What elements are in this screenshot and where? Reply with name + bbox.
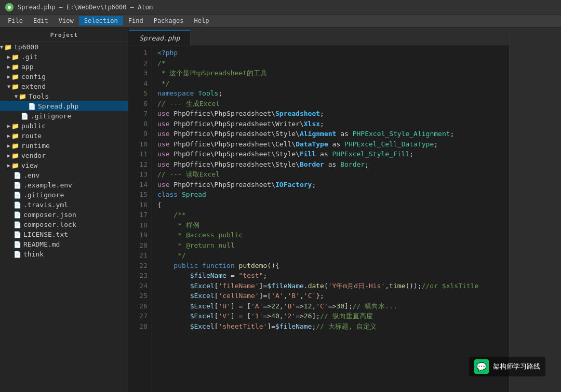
right-panel (509, 28, 561, 392)
code-token: "test" (239, 272, 263, 279)
menu-edit[interactable]: Edit (28, 16, 54, 25)
code-token: = (226, 272, 238, 279)
code-token: PHPExcel_Style_Alignment (353, 130, 450, 138)
sidebar-item-gitignore-tools[interactable]: 📄.gitignore (0, 111, 128, 121)
line-number: 18 (129, 220, 148, 231)
line-number: 23 (129, 271, 148, 281)
code-token (235, 262, 239, 269)
sidebar-item-example-env[interactable]: 📄.example.env (0, 180, 128, 190)
tree-item-label: .env (23, 171, 39, 179)
tree-arrow: ▶ (7, 123, 10, 129)
code-token: * @return null (157, 241, 235, 249)
sidebar-header: Project (0, 28, 128, 42)
sidebar-item-think[interactable]: 📄think (0, 249, 128, 259)
tree-file-icon: 📁 (4, 44, 12, 51)
sidebar-item-app[interactable]: ▶📁app (0, 62, 128, 72)
tree-file-icon: 📁 (11, 142, 19, 150)
sidebar-item-config[interactable]: ▶📁config (0, 72, 128, 82)
sidebar-item-gitignore2[interactable]: 📄.gitignore (0, 190, 128, 200)
sidebar-item-runtime[interactable]: ▶📁runtime (0, 141, 128, 151)
code-token: as (316, 150, 332, 158)
line-number: 6 (129, 99, 148, 109)
tree-item-label: README.md (23, 240, 60, 248)
code-line: use PhpOffice\PhpSpreadsheet\Style\Fill … (157, 149, 504, 159)
sidebar-item-view[interactable]: ▶📁view (0, 160, 128, 170)
code-token: 'cellName' (218, 292, 259, 300)
code-token (157, 302, 190, 310)
tree-arrow: ▶ (7, 153, 10, 158)
tree-arrow: ▶ (7, 54, 10, 60)
code-token: ]; (312, 312, 320, 320)
line-number: 5 (129, 88, 148, 99)
code-token: 30 (336, 302, 344, 310)
sidebar-item-vendor[interactable]: ▶📁vendor (0, 151, 128, 160)
code-line: // --- 生成Excel (157, 99, 504, 109)
code-token: 'C' (304, 292, 316, 300)
sidebar-item-composer-json[interactable]: 📄composer.json (0, 210, 128, 220)
code-token: ; (218, 89, 222, 97)
code-line: use PhpOffice\PhpSpreadsheet\Cell\DataTy… (157, 139, 504, 150)
tree-item-label: tp6000 (14, 43, 38, 51)
tree-item-label: view (21, 161, 37, 169)
code-token: 'C' (316, 302, 328, 310)
code-token: { (157, 201, 162, 209)
code-token: /* (157, 59, 166, 67)
code-token: class (157, 191, 178, 198)
sidebar-item-license[interactable]: 📄LICENSE.txt (0, 229, 128, 239)
sidebar-item-travis[interactable]: 📄.travis.yml (0, 200, 128, 210)
tree-file-icon: 📁 (11, 152, 19, 159)
editor-area: Spread.php 12345678910111213141516171819… (129, 28, 509, 392)
code-token: (){ (267, 262, 279, 269)
sidebar-item-spread-php[interactable]: 📄Spread.php (0, 101, 128, 111)
sidebar-item-tools[interactable]: ▼📁Tools (0, 91, 128, 101)
code-token: $Excel (190, 302, 215, 310)
menu-selection[interactable]: Selection (79, 16, 123, 25)
sidebar-item-env[interactable]: 📄.env (0, 170, 128, 180)
code-token (157, 262, 173, 269)
sidebar-item-tp6000[interactable]: ▼📁tp6000 (0, 42, 128, 52)
sidebar: Project ▼📁tp6000▶📁.git▶📁app▶📁config▼📁ext… (0, 28, 129, 392)
tree-file-icon: 📄 (14, 221, 21, 228)
tree-file-icon: 📄 (14, 211, 21, 219)
menu-packages[interactable]: Packages (149, 16, 189, 25)
tree-file-icon: 📁 (19, 93, 26, 100)
menu-file[interactable]: File (3, 16, 28, 25)
code-token: ( (324, 282, 328, 290)
line-number: 28 (129, 321, 148, 332)
sidebar-item-git[interactable]: ▶📁.git (0, 52, 128, 62)
code-token: PhpOffice\PhpSpreadsheet\Style\ (169, 150, 299, 158)
sidebar-item-readme[interactable]: 📄README.md (0, 239, 128, 249)
code-line: /* (157, 58, 504, 69)
line-number: 27 (129, 311, 148, 321)
code-token: , (279, 312, 284, 320)
sidebar-item-extend[interactable]: ▼📁extend (0, 82, 128, 91)
code-view[interactable]: 1234567891011121314151617181920212223242… (129, 46, 509, 392)
code-token: [ (267, 292, 271, 300)
code-token: $fileName (275, 322, 312, 330)
tree-item-label: composer.json (23, 211, 76, 219)
line-number: 13 (129, 169, 148, 180)
code-token: $fileName (267, 282, 303, 290)
code-line: * @access public (157, 230, 504, 240)
code-token: * 样例 (157, 221, 199, 229)
tree-file-icon: 📄 (14, 251, 21, 258)
sidebar-item-composer-lock[interactable]: 📄composer.lock (0, 220, 128, 229)
code-token: time (389, 282, 405, 290)
code-token: ]; (344, 302, 353, 310)
code-token: ]= (259, 282, 268, 290)
code-token (178, 191, 182, 198)
sidebar-item-public[interactable]: ▶📁public (0, 121, 128, 131)
code-token: 'H' (218, 302, 230, 310)
menu-find[interactable]: Find (123, 16, 149, 25)
code-token: 'B' (284, 302, 296, 310)
menu-help[interactable]: Help (189, 16, 214, 25)
sidebar-item-route[interactable]: ▶📁route (0, 131, 128, 141)
editor-tab-spread-php[interactable]: Spread.php (129, 30, 191, 45)
code-token: , (284, 292, 288, 300)
line-number: 21 (129, 250, 148, 261)
code-line: use PhpOffice\PhpSpreadsheet\Writer\Xlsx… (157, 119, 504, 129)
code-token: putdemo (239, 262, 268, 269)
app-icon: ● (5, 3, 14, 11)
code-token: // --- 读取Excel (157, 170, 220, 178)
menu-view[interactable]: View (54, 16, 79, 25)
